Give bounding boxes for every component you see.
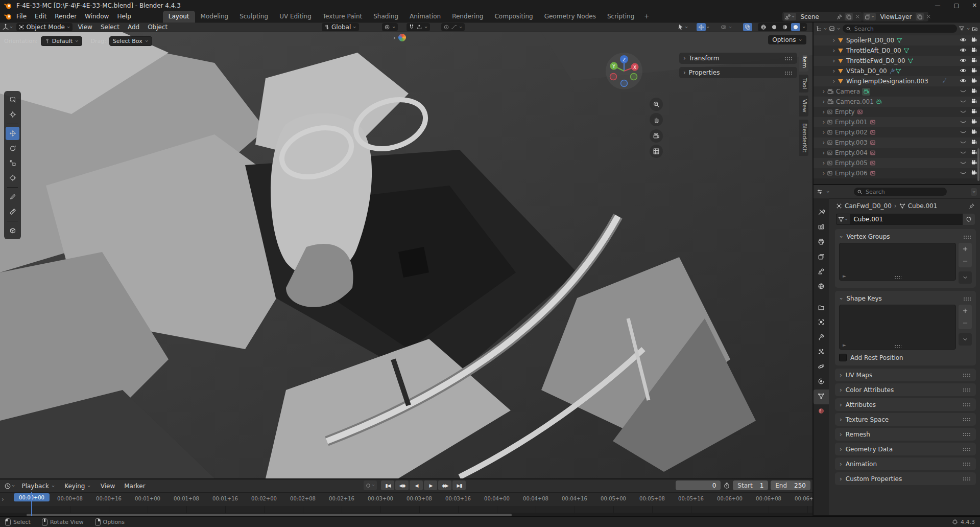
outliner-row[interactable]: ›VStab_D0_00 xyxy=(814,66,980,76)
unlink-icon[interactable] xyxy=(855,14,861,19)
npanel-section-transform[interactable]: ›Transform xyxy=(679,53,797,64)
current-frame-field[interactable]: 0 xyxy=(676,480,721,490)
tab-uv-editing[interactable]: UV Editing xyxy=(274,11,317,22)
expand-arrow[interactable]: › xyxy=(821,170,827,177)
tab-modeling[interactable]: Modeling xyxy=(195,11,234,22)
render-visibility-toggle[interactable] xyxy=(971,129,977,136)
menu-help[interactable]: Help xyxy=(113,13,135,20)
render-visibility-toggle[interactable] xyxy=(971,78,977,85)
expand-arrow[interactable]: › xyxy=(831,57,837,64)
navigation-gizmo[interactable]: Z Y X xyxy=(606,53,642,89)
render-visibility-toggle[interactable] xyxy=(971,119,977,126)
panel-texture-space[interactable]: ›Texture Space xyxy=(835,413,976,426)
properties-tab-view-layer[interactable] xyxy=(814,250,829,265)
panel-grip[interactable] xyxy=(963,447,971,451)
hide-toggle[interactable] xyxy=(960,77,967,86)
sidebar-tab-blenderkit[interactable]: BlenderKit xyxy=(799,120,808,156)
panel-animation[interactable]: ›Animation xyxy=(835,457,976,470)
outliner-editor-icon[interactable] xyxy=(816,26,822,32)
mode-dropdown[interactable]: Object Mode› xyxy=(16,23,73,31)
maximize-button[interactable]: ▢ xyxy=(953,2,959,9)
sidebar-tab-item[interactable]: Item xyxy=(799,52,808,72)
properties-tab-object[interactable] xyxy=(814,315,829,330)
expand-arrow[interactable]: › xyxy=(821,108,827,116)
render-visibility-toggle[interactable] xyxy=(971,67,977,75)
close-button[interactable]: ✕ xyxy=(972,2,977,9)
drag-option-dropdown[interactable]: Select Box› xyxy=(109,36,152,46)
tool-measure-button[interactable] xyxy=(6,205,19,218)
properties-search[interactable] xyxy=(854,188,947,196)
viewlayer-selector[interactable]: › ViewLayer xyxy=(862,12,928,21)
timeline-menu-keying[interactable]: Keying › xyxy=(60,483,96,490)
minimize-button[interactable]: — xyxy=(935,2,940,9)
shape-keys-header[interactable]: › Shape Keys xyxy=(839,293,972,304)
tab-geometry-nodes[interactable]: Geometry Nodes xyxy=(539,11,602,22)
viewport-menu-select[interactable]: Select xyxy=(97,24,124,31)
render-visibility-toggle[interactable] xyxy=(971,47,977,55)
shading-solid-button[interactable] xyxy=(770,23,779,31)
proportional-editing-controls[interactable]: › xyxy=(441,23,465,31)
render-visibility-toggle[interactable] xyxy=(971,139,977,147)
panel-grip[interactable] xyxy=(963,477,971,480)
hide-toggle[interactable] xyxy=(960,149,967,157)
remove-icon[interactable] xyxy=(926,14,931,19)
scene-selector[interactable]: › Scene xyxy=(782,12,862,21)
outliner-row[interactable]: ›Empty.004 xyxy=(814,148,980,158)
copy-icon[interactable] xyxy=(846,14,852,20)
orientation-option-dropdown[interactable]: Default› xyxy=(41,36,83,46)
hide-toggle[interactable] xyxy=(960,118,967,127)
timeline-tracks[interactable] xyxy=(0,506,812,513)
properties-tab-world[interactable] xyxy=(814,280,829,294)
tool-rotate-button[interactable] xyxy=(6,142,19,155)
outliner-row[interactable]: ›Empty.005 xyxy=(814,158,980,168)
add-workspace-button[interactable]: + xyxy=(640,13,653,20)
next-keyframe-button[interactable]: ◆▶ xyxy=(438,480,451,490)
panel-custom-properties[interactable]: ›Custom Properties xyxy=(835,472,976,485)
render-visibility-toggle[interactable] xyxy=(971,170,977,177)
play-reverse-button[interactable]: ◀ xyxy=(410,480,423,490)
render-visibility-toggle[interactable] xyxy=(971,88,977,96)
pin-icon[interactable] xyxy=(836,14,843,20)
snapping-controls[interactable]: › xyxy=(407,23,430,31)
outliner-row[interactable]: ›Empty.002 xyxy=(814,127,980,138)
panel-grip[interactable] xyxy=(963,388,971,392)
new-collection-icon[interactable] xyxy=(972,26,978,32)
panel-grip[interactable] xyxy=(784,57,793,60)
hide-toggle[interactable] xyxy=(960,108,967,117)
tab-animation[interactable]: Animation xyxy=(404,11,446,22)
datablock-type-dropdown[interactable]: › xyxy=(836,214,850,225)
panel-uv-maps[interactable]: ›UV Maps xyxy=(835,369,976,381)
remove-shape-key-button[interactable] xyxy=(959,317,972,329)
tool-select-box-button[interactable] xyxy=(6,93,19,106)
shading-rendered-button[interactable] xyxy=(791,23,800,31)
hide-toggle[interactable] xyxy=(960,98,967,106)
panel-grip[interactable] xyxy=(963,432,971,436)
auto-keying-button[interactable]: › xyxy=(364,480,377,490)
outliner-row[interactable]: ›ThrottleAft_D0_00 xyxy=(814,45,980,56)
outliner-row[interactable]: ›Empty.003 xyxy=(814,138,980,148)
blender-menu-icon[interactable] xyxy=(4,12,12,20)
expand-arrow[interactable]: › xyxy=(831,37,837,44)
properties-tab-output[interactable] xyxy=(814,235,829,250)
tab-shading[interactable]: Shading xyxy=(368,11,404,22)
expand-arrow[interactable]: › xyxy=(831,78,837,85)
xray-toggle[interactable] xyxy=(743,23,752,31)
shape-keys-list[interactable]: ► xyxy=(839,305,956,350)
shading-wireframe-button[interactable] xyxy=(759,23,768,31)
jump-start-button[interactable]: ▮◀ xyxy=(381,480,394,490)
start-frame-field[interactable]: Start 1 xyxy=(733,480,768,490)
tab-sculpting[interactable]: Sculpting xyxy=(234,11,274,22)
tool-cursor-button[interactable] xyxy=(6,108,19,121)
timeline-ruler[interactable]: › 00:00+0800:00+1600:01+0000:01+0800:01+… xyxy=(0,492,812,506)
outliner-search-input[interactable] xyxy=(853,25,954,33)
properties-tab-constraints[interactable] xyxy=(814,375,829,389)
npanel-section-properties[interactable]: ›Properties xyxy=(679,67,797,78)
properties-tab-tool[interactable] xyxy=(814,205,829,220)
breadcrumb-object[interactable]: CanFwd_D0_00 xyxy=(845,202,892,210)
panel-grip[interactable] xyxy=(784,71,793,75)
hide-toggle[interactable] xyxy=(960,169,967,178)
menu-render[interactable]: Render xyxy=(51,13,81,20)
menu-window[interactable]: Window xyxy=(81,13,113,20)
shape-key-specials-button[interactable] xyxy=(959,333,972,346)
filter-icon[interactable] xyxy=(959,26,965,32)
